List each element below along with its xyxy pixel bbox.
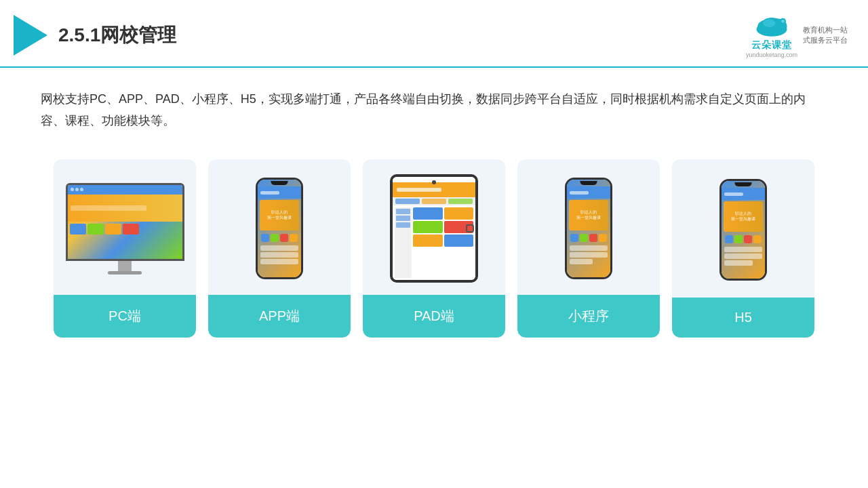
phone-notch-mini — [580, 181, 597, 185]
phone-body-h5: 职达人的第一堂兴趣课 — [719, 179, 767, 281]
card-pc-label: PC端 — [54, 295, 196, 338]
phone-mockup-app: 职达人的第一堂兴趣课 — [256, 178, 303, 279]
phone-banner-text-h5: 职达人的第一堂兴趣课 — [731, 211, 755, 222]
page-title: 2.5.1网校管理 — [58, 22, 176, 48]
tablet-main — [413, 207, 473, 278]
logo-tagline: 教育机构一站 式服务云平台 — [803, 25, 848, 46]
header-left: 2.5.1网校管理 — [14, 15, 176, 56]
phone-header-app — [258, 186, 301, 199]
logo-url: yunduoketang.com — [746, 52, 797, 58]
logo-tagline-line2: 式服务云平台 — [803, 35, 848, 45]
tablet-camera — [432, 180, 436, 184]
tablet-home-btn — [466, 224, 474, 232]
triangle-logo-icon — [14, 15, 47, 56]
monitor-topbar — [68, 185, 182, 195]
card-app-image-area: 职达人的第一堂兴趣课 — [208, 159, 351, 295]
tablet-sidebar — [395, 207, 412, 278]
tablet-body — [390, 174, 478, 283]
cards-container: PC端 职达人的第一堂兴趣课 — [0, 152, 868, 344]
phone-notch-h5 — [735, 182, 752, 186]
phone-body-mini: 职达人的第一堂兴趣课 — [565, 178, 612, 279]
card-app: 职达人的第一堂兴趣课 — [208, 159, 351, 338]
card-pc-image-area — [54, 159, 196, 295]
header: 2.5.1网校管理 云朵课堂 yunduoketang.com 教育机构一站 式… — [0, 0, 868, 68]
card-h5: 职达人的第一堂兴趣课 — [672, 159, 814, 338]
phone-banner-text-mini: 职达人的第一堂兴趣课 — [576, 210, 601, 221]
monitor-screen — [66, 183, 184, 261]
phone-header-mini — [567, 186, 610, 199]
monitor-mockup — [66, 183, 184, 274]
description-paragraph: 网校支持PC、APP、PAD、小程序、H5，实现多端打通，产品各终端自由切换，数… — [41, 88, 827, 132]
card-h5-label: H5 — [672, 298, 814, 338]
monitor-base — [108, 271, 142, 274]
phone-icons-h5 — [722, 233, 765, 245]
svg-point-6 — [781, 20, 785, 23]
tablet-screen — [393, 177, 475, 280]
card-miniprogram: 职达人的第一堂兴趣课 — [517, 159, 660, 338]
phone-body-app: 职达人的第一堂兴趣课 — [256, 178, 303, 279]
phone-mockup-h5: 职达人的第一堂兴趣课 — [719, 179, 767, 281]
phone-banner-h5: 职达人的第一堂兴趣课 — [724, 201, 763, 232]
phone-notch-app — [271, 181, 288, 185]
phone-banner-text-app: 职达人的第一堂兴趣课 — [267, 210, 292, 221]
phone-list-app — [258, 244, 301, 266]
cloud-logo-icon — [751, 12, 792, 39]
cloud-logo: 云朵课堂 yunduoketang.com — [746, 12, 797, 58]
phone-mockup-mini: 职达人的第一堂兴趣课 — [565, 178, 612, 279]
card-miniprogram-label: 小程序 — [517, 295, 660, 338]
tablet-content — [393, 205, 475, 280]
phone-banner-mini: 职达人的第一堂兴趣课 — [569, 200, 608, 230]
phone-list-h5 — [722, 245, 765, 267]
phone-list-mini — [567, 244, 610, 266]
svg-point-4 — [763, 19, 775, 27]
tablet-nav — [393, 197, 475, 205]
monitor-stand — [118, 261, 132, 271]
monitor-banner — [68, 195, 182, 222]
phone-icons-mini — [567, 232, 610, 244]
card-pad-image-area — [363, 159, 505, 295]
phone-screen-mini: 职达人的第一堂兴趣课 — [567, 180, 610, 277]
card-app-label: APP端 — [208, 295, 351, 338]
card-h5-image-area: 职达人的第一堂兴趣课 — [672, 159, 814, 298]
monitor-screen-inner — [68, 185, 182, 259]
card-pad: PAD端 — [363, 159, 505, 338]
phone-banner-app: 职达人的第一堂兴趣课 — [260, 200, 299, 230]
phone-icons-app — [258, 232, 301, 244]
card-miniprogram-image-area: 职达人的第一堂兴趣课 — [517, 159, 660, 295]
monitor-grid — [68, 222, 182, 237]
tablet-header — [393, 182, 475, 197]
logo-tagline-line1: 教育机构一站 — [803, 25, 848, 35]
monitor-content — [68, 195, 182, 259]
phone-screen-app: 职达人的第一堂兴趣课 — [258, 180, 301, 277]
logo-name: 云朵课堂 — [751, 39, 792, 52]
brand-logo: 云朵课堂 yunduoketang.com 教育机构一站 式服务云平台 — [746, 12, 848, 58]
phone-header-h5 — [722, 188, 765, 200]
phone-screen-h5: 职达人的第一堂兴趣课 — [722, 181, 765, 279]
description-text: 网校支持PC、APP、PAD、小程序、H5，实现多端打通，产品各终端自由切换，数… — [0, 68, 868, 146]
card-pad-label: PAD端 — [363, 295, 505, 338]
card-pc: PC端 — [54, 159, 196, 338]
tablet-mockup — [390, 174, 478, 283]
